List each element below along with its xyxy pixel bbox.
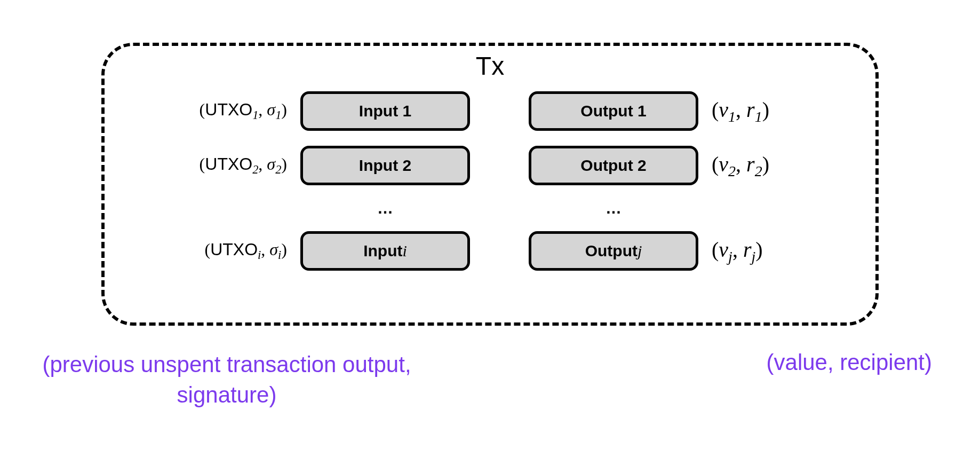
caption-right: (value, recipient) [767,350,932,375]
input-box-i: Input i [300,231,470,271]
columns: (UTXO1, σ1) Input 1 (UTXO2, σ2) Input 2 … [105,91,875,271]
output-row-2: Output 2 (v2, r2) [529,146,781,185]
input-label-1: (UTXO1, σ1) [199,100,287,122]
input-row-i: (UTXOi, σi) Input i [199,231,470,271]
output-label-j: (vj, rj) [712,237,781,265]
caption-left: (previous unspent transaction output, si… [24,350,429,410]
output-row-j: Output j (vj, rj) [529,231,781,271]
input-box-1: Input 1 [300,91,470,131]
output-label-1: (v1, r1) [712,97,781,125]
input-ellipsis: … [377,199,393,217]
output-box-j: Output j [529,231,698,271]
output-label-2: (v2, r2) [712,152,781,180]
input-column: (UTXO1, σ1) Input 1 (UTXO2, σ2) Input 2 … [199,91,470,271]
output-row-1: Output 1 (v1, r1) [529,91,781,131]
output-box-2: Output 2 [529,146,698,185]
input-label-2: (UTXO2, σ2) [199,154,287,177]
input-label-i: (UTXOi, σi) [199,240,287,262]
input-row-2: (UTXO2, σ2) Input 2 [199,146,470,185]
input-box-2: Input 2 [300,146,470,185]
tx-container: Tx (UTXO1, σ1) Input 1 (UTXO2, σ2) Input… [101,43,879,326]
tx-title: Tx [476,51,504,81]
input-ellipsis-row: … [199,200,470,216]
output-box-1: Output 1 [529,91,698,131]
input-row-1: (UTXO1, σ1) Input 1 [199,91,470,131]
output-ellipsis: … [605,199,622,217]
output-column: Output 1 (v1, r1) Output 2 (v2, r2) … Ou… [529,91,781,271]
output-ellipsis-row: … [529,200,781,216]
